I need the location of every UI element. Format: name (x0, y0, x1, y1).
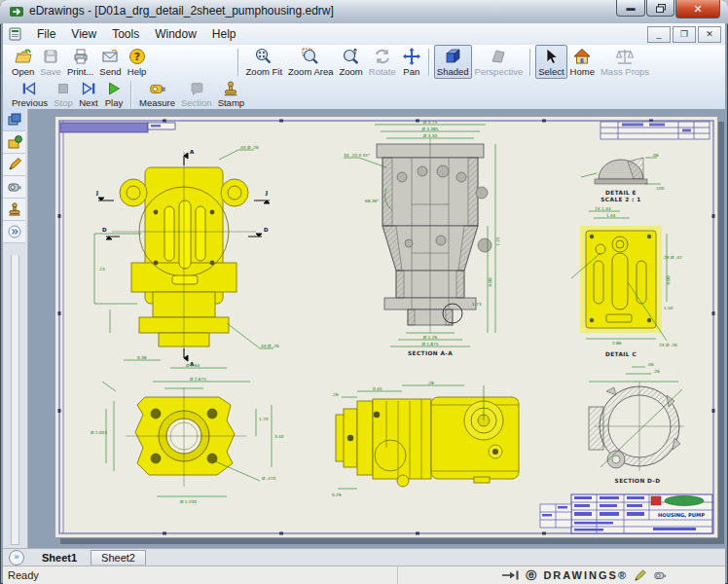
drawing-svg: A A J J D D .23 (55, 117, 717, 537)
svg-text:4.00: 4.00 (666, 275, 671, 285)
close-button[interactable]: ✕ (675, 0, 720, 18)
svg-text:DETAIL E: DETAIL E (605, 190, 637, 196)
svg-text:0.29: 0.29 (332, 493, 342, 497)
toolbar-separator (428, 49, 430, 76)
view-detail-c[interactable]: 1.44 2X 1.44 2X Ø .42 4.00 1.50 2.86 2X … (571, 206, 682, 358)
svg-text:HOUSING, PUMP: HOUSING, PUMP (658, 512, 705, 518)
minimize-button[interactable]: ▬ (616, 0, 645, 17)
drawing-sheet[interactable]: A A J J D D .23 (55, 116, 718, 538)
mdi-close-button[interactable]: ✕ (698, 26, 721, 43)
print-button[interactable]: Print... (64, 45, 96, 79)
svg-text:.26: .26 (653, 369, 660, 374)
menu-tools[interactable]: Tools (104, 24, 147, 44)
send-envelope-icon (100, 47, 120, 66)
app-icon (9, 4, 24, 19)
view-flange[interactable]: Ø 2.675 Ø 2.003 3.40 1.70 Ø 1.200 Ø .470 (91, 377, 284, 504)
svg-text:4X Ø .26: 4X Ø .26 (261, 344, 279, 348)
svg-text:SECTION A-A: SECTION A-A (408, 350, 453, 356)
status-bar: Ready ⓔ DRAWINGS® (3, 566, 725, 584)
view-side[interactable]: 0.45 .28 .26 0.29 (332, 381, 519, 498)
help-button[interactable]: ? Help (125, 45, 150, 79)
toolbar-separator (529, 49, 531, 76)
pan-icon (402, 47, 421, 66)
components-icon (7, 134, 22, 150)
maximize-button[interactable] (646, 0, 674, 17)
sheets-panel-button[interactable] (3, 109, 25, 131)
menu-file[interactable]: File (29, 24, 63, 44)
svg-text:A: A (190, 149, 195, 155)
shaded-button[interactable]: Shaded (434, 45, 472, 79)
svg-text:4.00: 4.00 (488, 277, 492, 287)
measure-panel-button[interactable] (3, 176, 25, 199)
mass-props-button: Mass Props (598, 45, 652, 79)
svg-text:0.45: 0.45 (373, 386, 382, 391)
chevron-right-icon (8, 225, 21, 238)
edrawings-arrow-icon (501, 570, 521, 580)
printer-icon (71, 47, 91, 66)
stamp-button[interactable]: Stamp (215, 78, 247, 110)
layers-icon (7, 112, 22, 128)
svg-text:Ø .470: Ø .470 (262, 476, 276, 481)
zoom-button[interactable]: Zoom (337, 45, 366, 79)
svg-text:.06: .06 (652, 153, 659, 158)
svg-text:Ø 3.30: Ø 3.30 (423, 133, 438, 138)
menu-view[interactable]: View (63, 24, 104, 44)
svg-text:.28: .28 (427, 381, 434, 385)
select-button[interactable]: Select (535, 45, 566, 79)
home-button[interactable]: Home (567, 45, 598, 79)
zoom-fit-icon (254, 47, 273, 66)
tab-sheet2[interactable]: Sheet2 (91, 550, 146, 566)
tab-sheet1[interactable]: Sheet1 (32, 551, 87, 565)
send-button[interactable]: Send (96, 45, 124, 79)
svg-text:1.73: 1.73 (472, 302, 482, 307)
window-title: eDrawings - [D01a_drg_detail_2sheet_pump… (29, 4, 334, 18)
menu-window[interactable]: Window (147, 24, 204, 44)
measure-button[interactable]: Measure (136, 78, 178, 110)
save-button: Save (37, 45, 64, 79)
measure-tape-icon (147, 80, 166, 97)
view-section-dd[interactable]: .26 .06 SECTION D-D (589, 362, 684, 485)
previous-button[interactable]: Previous (9, 78, 51, 110)
svg-text:7.25: 7.25 (495, 237, 500, 246)
stamp-icon (7, 201, 22, 217)
document-icon (8, 26, 23, 42)
pan-button[interactable]: Pan (399, 45, 424, 79)
components-panel-button[interactable] (3, 131, 25, 154)
panel-groove (11, 255, 19, 545)
svg-text:0.38: 0.38 (137, 355, 147, 360)
svg-text:J: J (265, 190, 268, 197)
markup-panel-button[interactable] (3, 154, 25, 176)
sheet-tab-bar: » Sheet1 Sheet2 (3, 548, 725, 566)
open-folder-icon (14, 47, 33, 66)
toolbar-area: Open Save Print... (3, 45, 725, 110)
view-front[interactable]: A A J J D D .23 (94, 145, 279, 369)
view-section-aa[interactable]: Ø 3.75 Ø 3.385 Ø 3.30 7.25 4.00 1.73 Ø 1… (344, 120, 500, 357)
view-detail-e[interactable]: .06 .100 DETAIL E SCALE 2 : 1 (581, 153, 665, 203)
pencil-icon[interactable] (633, 568, 648, 582)
next-button[interactable]: Next (76, 78, 101, 110)
restore-icon (656, 4, 666, 13)
open-button[interactable]: Open (9, 45, 37, 79)
status-logo-area: ⓔ DRAWINGS® (398, 566, 725, 584)
mdi-restore-button[interactable]: ❐ (673, 26, 696, 43)
tab-expand-button[interactable]: » (9, 550, 24, 566)
edrawings-logo-text: ⓔ DRAWINGS® (526, 568, 628, 583)
zoom-area-button[interactable]: Zoom Area (285, 45, 336, 79)
toolbar-separator (237, 49, 239, 76)
mdi-minimize-button[interactable]: _ (647, 26, 671, 43)
zoom-fit-button[interactable]: Zoom Fit (243, 45, 285, 79)
menu-help[interactable]: Help (204, 24, 244, 44)
zoom-area-icon (301, 47, 320, 66)
drawing-canvas[interactable]: A A J J D D .23 (28, 109, 725, 549)
svg-text:.100: .100 (655, 186, 665, 191)
svg-text:Ø 3.75: Ø 3.75 (423, 120, 438, 125)
expand-panel-button[interactable] (3, 221, 25, 243)
measure-tape-icon[interactable] (653, 568, 669, 582)
svg-text:2X Ø .26: 2X Ø .26 (659, 343, 677, 347)
svg-text:1.50: 1.50 (664, 306, 673, 310)
play-button[interactable]: Play (101, 78, 127, 110)
menu-bar: File View Tools Window Help _ ❐ ✕ (3, 23, 725, 46)
stamp-panel-button[interactable] (3, 199, 25, 221)
side-panel-bar (3, 109, 28, 549)
help-icon: ? (127, 47, 147, 66)
